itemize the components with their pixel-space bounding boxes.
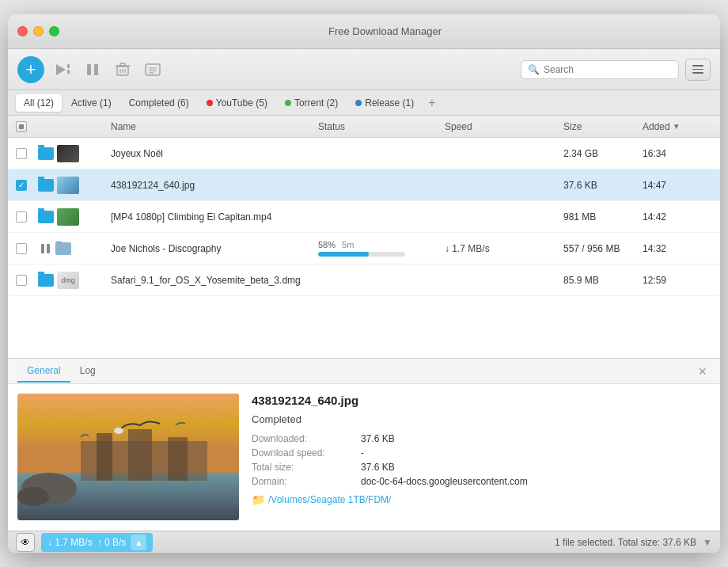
svg-rect-5 (87, 73, 91, 75)
folder-icon (38, 211, 54, 223)
close-button[interactable] (17, 26, 28, 36)
menu-icon (692, 69, 703, 70)
table-row[interactable]: Joyeux Noël 2.34 GB 16:34 (8, 138, 720, 169)
total-size-label: Total size: (252, 462, 355, 473)
settings-button[interactable] (141, 58, 165, 82)
header-checkbox[interactable] (11, 121, 35, 132)
detail-row-speed: Download speed: - (252, 447, 711, 459)
svg-rect-27 (17, 394, 239, 520)
file-thumbnail (57, 145, 79, 162)
row-checkbox-4[interactable] (16, 243, 27, 254)
folder-icon: 📁 (252, 493, 265, 506)
add-category-button[interactable]: + (423, 94, 440, 112)
pause-icon (38, 242, 52, 256)
added-cell: 14:42 (638, 211, 717, 223)
tab-active[interactable]: Active (1) (63, 94, 119, 112)
window-title: Free Download Manager (59, 25, 711, 37)
toolbar: + (8, 49, 720, 90)
svg-marker-0 (56, 64, 66, 75)
delete-button[interactable] (111, 58, 135, 82)
tab-torrent[interactable]: Torrent (2) (277, 94, 346, 112)
minimize-button[interactable] (33, 26, 44, 36)
titlebar: Free Download Manager (8, 14, 720, 49)
eye-button[interactable]: 👁 (16, 533, 35, 552)
progress-fill (318, 252, 369, 257)
svg-rect-13 (146, 64, 160, 75)
detail-info: 438192124_640.jpg Completed Downloaded: … (252, 394, 711, 521)
detail-panel: General Log ✕ (8, 358, 720, 531)
row-checkbox-2[interactable] (16, 180, 27, 191)
file-thumbnail (57, 208, 79, 226)
table-row[interactable]: 438192124_640.jpg 37.6 KB 14:47 (8, 169, 720, 201)
filename-cell: Safari_9.1_for_OS_X_Yosemite_beta_3.dmg (106, 275, 313, 286)
table-row[interactable]: [MP4 1080p] Climbing El Capitan.mp4 981 … (8, 201, 720, 233)
detail-row-size: Total size: 37.6 KB (252, 462, 711, 473)
folder-icon (55, 242, 71, 255)
search-icon: 🔍 (528, 64, 540, 75)
header-size[interactable]: Size (559, 121, 638, 132)
folder-icon (38, 274, 54, 287)
header-added[interactable]: Added ▼ (638, 121, 717, 132)
download-speed-value: - (361, 447, 364, 459)
tab-release[interactable]: Release (1) (347, 94, 422, 112)
row-checkbox-3[interactable] (16, 211, 27, 223)
file-thumbnail: dmg (57, 272, 79, 289)
main-window: Free Download Manager + (8, 14, 720, 553)
tab-completed[interactable]: Completed (6) (121, 94, 197, 112)
svg-rect-17 (19, 124, 24, 129)
size-cell: 37.6 KB (559, 180, 638, 191)
size-cell: 85.9 MB (559, 275, 638, 286)
detail-close-button[interactable]: ✕ (695, 362, 711, 381)
progress-percent: 58% (318, 240, 336, 249)
add-download-button[interactable]: + (17, 56, 44, 83)
detail-tab-bar: General Log ✕ (8, 359, 720, 384)
downloaded-label: Downloaded: (252, 433, 355, 444)
menu-icon (692, 65, 703, 67)
statusbar-right: 1 file selected. Total size: 37.6 KB ▼ (555, 537, 712, 548)
file-thumbnail (57, 177, 79, 194)
domain-label: Domain: (252, 476, 355, 487)
downloaded-value: 37.6 KB (361, 433, 395, 444)
table-row[interactable]: dmg Safari_9.1_for_OS_X_Yosemite_beta_3.… (8, 264, 720, 296)
filename-cell: Joe Nichols - Discography (106, 243, 313, 254)
youtube-dot (207, 100, 213, 106)
row-checkbox-5[interactable] (16, 275, 27, 286)
header-speed[interactable]: Speed (440, 121, 559, 132)
release-dot (355, 100, 362, 106)
filename-cell: [MP4 1080p] Climbing El Capitan.mp4 (106, 211, 313, 223)
size-cell: 2.34 GB (559, 148, 638, 159)
detail-tab-general[interactable]: General (17, 360, 70, 382)
category-tabs: All (12) Active (1) Completed (6) YouTub… (8, 90, 720, 116)
size-cell: 981 MB (559, 211, 638, 223)
search-box[interactable]: 🔍 (521, 60, 679, 79)
resume-button[interactable] (51, 58, 74, 82)
header-name[interactable]: Name (106, 121, 313, 132)
select-all-checkbox[interactable] (16, 121, 27, 132)
search-input[interactable] (544, 64, 672, 75)
file-table: Name Status Speed Size Added ▼ Joyeux No… (8, 116, 720, 358)
row-checkbox-1[interactable] (16, 148, 27, 159)
path-value: /Volumes/Seagate 1TB/FDM/ (268, 494, 391, 505)
added-cell: 12:59 (638, 275, 717, 286)
expand-speed-button[interactable]: ▲ (131, 535, 146, 550)
detail-filename: 438192124_640.jpg (252, 394, 711, 407)
detail-preview-image (17, 394, 239, 520)
statusbar: 👁 ↓ 1.7 MB/s ↑ 0 B/s ▲ 1 file selected. … (8, 531, 720, 553)
header-status[interactable]: Status (313, 121, 440, 132)
detail-tab-log[interactable]: Log (70, 360, 105, 382)
tab-youtube[interactable]: YouTube (5) (199, 94, 275, 112)
menu-button[interactable] (685, 59, 711, 81)
download-speed: ↓ 1.7 MB/s (47, 537, 93, 548)
table-header: Name Status Speed Size Added ▼ (8, 116, 720, 138)
pause-all-button[interactable] (81, 58, 104, 82)
maximize-button[interactable] (49, 26, 59, 36)
domain-value: doc-0c-64-docs.googleusercontent.com (361, 476, 528, 487)
svg-rect-2 (67, 70, 70, 74)
total-size-value: 37.6 KB (361, 462, 395, 473)
table-row[interactable]: Joe Nichols - Discography 58% 5m ↓ 1.7 M… (8, 233, 720, 264)
chevron-down-icon[interactable]: ▼ (703, 537, 712, 548)
torrent-dot (285, 100, 291, 106)
download-speed-label: Download speed: (252, 447, 355, 459)
tab-all[interactable]: All (12) (16, 94, 62, 112)
detail-path[interactable]: 📁 /Volumes/Seagate 1TB/FDM/ (252, 493, 711, 506)
